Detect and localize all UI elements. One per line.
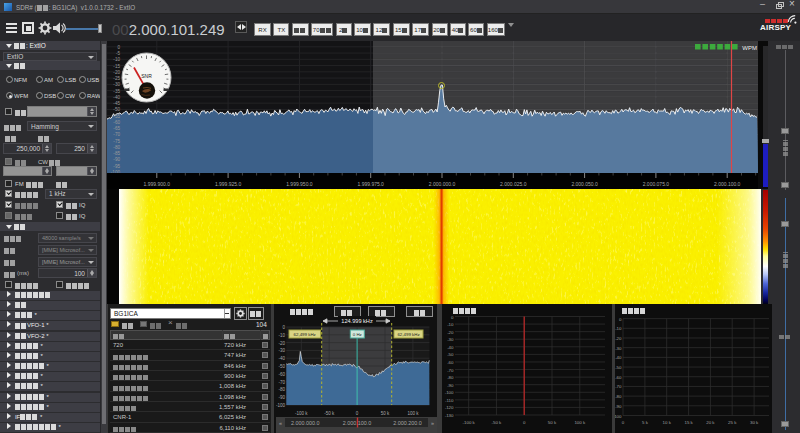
svg-text:-40: -40 [113, 95, 120, 100]
svg-text:0 Hz: 0 Hz [353, 332, 362, 337]
svg-text:0: 0 [523, 420, 526, 425]
svg-text:»: » [431, 420, 434, 426]
svg-text:-80: -80 [447, 375, 454, 380]
svg-text:-30: -30 [113, 82, 120, 87]
svg-text:-20: -20 [278, 341, 285, 346]
svg-text:-30: -30 [278, 348, 285, 353]
svg-text:-50: -50 [447, 352, 454, 357]
svg-text:-25: -25 [113, 76, 120, 81]
svg-text:WPM: WPM [742, 45, 757, 51]
svg-text:30 k: 30 k [750, 420, 759, 425]
svg-text:2.000.000.0: 2.000.000.0 [291, 420, 319, 426]
svg-text:-90: -90 [447, 383, 454, 388]
svg-text:-20: -20 [615, 336, 622, 341]
svg-text:-90: -90 [615, 404, 622, 409]
svg-text:-60: -60 [615, 375, 622, 380]
svg-text:-60: -60 [278, 372, 285, 377]
svg-text:5 k: 5 k [642, 420, 649, 425]
svg-text:-80: -80 [615, 394, 622, 399]
svg-text:2.000.075.0: 2.000.075.0 [643, 181, 670, 187]
svg-text:0: 0 [282, 325, 285, 330]
svg-text:-100 k: -100 k [463, 420, 476, 425]
svg-text:-130: -130 [445, 413, 454, 418]
svg-text:1.999.975.0: 1.999.975.0 [357, 181, 384, 187]
svg-text:2.000.100.0: 2.000.100.0 [714, 181, 741, 187]
svg-text:-30: -30 [615, 346, 622, 351]
svg-text:-95: -95 [113, 164, 120, 169]
svg-text:100 k: 100 k [407, 411, 419, 416]
svg-text:-60: -60 [447, 360, 454, 365]
svg-text:0: 0 [356, 411, 359, 416]
svg-text:SNR: SNR [141, 73, 152, 79]
svg-text:-50 k: -50 k [324, 411, 335, 416]
svg-text:-70: -70 [447, 368, 454, 373]
svg-text:-50 k: -50 k [492, 420, 503, 425]
svg-text:2.000.050.0: 2.000.050.0 [571, 181, 598, 187]
svg-text:-55: -55 [113, 114, 120, 119]
svg-text:-10: -10 [447, 322, 454, 327]
svg-text:-75: -75 [113, 139, 120, 144]
svg-text:-45: -45 [113, 101, 120, 106]
svg-text:-10: -10 [615, 326, 622, 331]
svg-text:-50: -50 [113, 107, 120, 112]
svg-text:-70: -70 [615, 384, 622, 389]
svg-text:0: 0 [451, 315, 454, 320]
svg-text:10 k: 10 k [663, 420, 672, 425]
svg-text:-90: -90 [278, 395, 285, 400]
svg-text:1.999.950.0: 1.999.950.0 [286, 181, 313, 187]
svg-text:-5: -5 [116, 51, 121, 56]
svg-text:-30: -30 [447, 337, 454, 342]
svg-text:15 k: 15 k [684, 420, 693, 425]
svg-text:2.000.200.0: 2.000.200.0 [393, 420, 421, 426]
svg-text:124.999 kHz: 124.999 kHz [341, 318, 373, 324]
svg-text:-10: -10 [113, 57, 120, 62]
svg-text:-80: -80 [278, 387, 285, 392]
svg-text:0: 0 [619, 317, 622, 322]
svg-text:-70: -70 [278, 380, 285, 385]
svg-text:50 k: 50 k [548, 420, 557, 425]
svg-text:-80: -80 [113, 145, 120, 150]
svg-text:100 k: 100 k [574, 420, 586, 425]
svg-text:62,499 kHz: 62,499 kHz [397, 332, 419, 337]
svg-text:-100 k: -100 k [295, 411, 308, 416]
svg-text:50 k: 50 k [381, 411, 390, 416]
svg-text:«: « [279, 420, 282, 426]
svg-text:-40: -40 [278, 356, 285, 361]
svg-text:2.000.025.0: 2.000.025.0 [500, 181, 527, 187]
svg-text:-70: -70 [113, 132, 120, 137]
svg-text:2.000.000.0: 2.000.000.0 [429, 181, 456, 187]
svg-text:2.000.100.0: 2.000.100.0 [343, 420, 371, 426]
svg-text:-65: -65 [113, 126, 120, 131]
svg-text:-50: -50 [278, 364, 285, 369]
svg-text:0: 0 [622, 420, 625, 425]
svg-text:-110: -110 [445, 398, 454, 403]
svg-text:-35: -35 [113, 89, 120, 94]
svg-text:-100: -100 [276, 403, 285, 408]
svg-text:-100: -100 [445, 390, 454, 395]
svg-text:-50: -50 [615, 365, 622, 370]
svg-text:-100: -100 [615, 414, 622, 419]
svg-text:-40: -40 [615, 355, 622, 360]
svg-text:1.999.900.0: 1.999.900.0 [144, 181, 171, 187]
svg-text:-20: -20 [447, 330, 454, 335]
svg-text:-20: -20 [113, 70, 120, 75]
svg-text:-40: -40 [447, 345, 454, 350]
svg-text:-60: -60 [113, 120, 120, 125]
svg-text:-10: -10 [278, 333, 285, 338]
svg-text:20 k: 20 k [706, 420, 715, 425]
svg-text:-85: -85 [113, 151, 120, 156]
svg-text:25 k: 25 k [728, 420, 737, 425]
svg-text:62,499 kHz: 62,499 kHz [294, 332, 316, 337]
svg-text:-120: -120 [445, 405, 454, 410]
svg-text:-90: -90 [113, 157, 120, 162]
svg-text:0: 0 [117, 45, 120, 50]
svg-text:1.999.925.0: 1.999.925.0 [215, 181, 242, 187]
svg-text:-15: -15 [113, 64, 120, 69]
